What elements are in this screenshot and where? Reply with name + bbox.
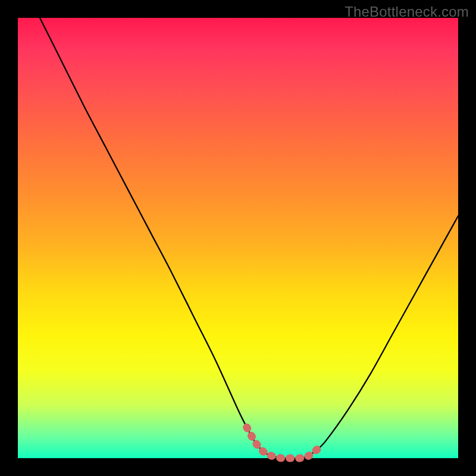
chart-svg	[18, 18, 458, 458]
chart-plot-area	[18, 18, 458, 458]
valley-highlight	[247, 427, 317, 458]
watermark-text: TheBottleneck.com	[345, 4, 469, 20]
bottleneck-curve	[40, 18, 458, 458]
chart-frame: TheBottleneck.com	[0, 0, 476, 476]
